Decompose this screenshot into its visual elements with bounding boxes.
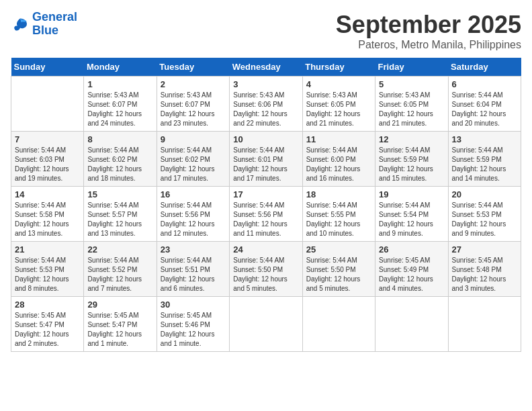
table-row xyxy=(375,297,448,352)
day-number: 24 xyxy=(233,244,298,255)
day-info: Sunrise: 5:44 AM Sunset: 5:56 PM Dayligh… xyxy=(233,201,298,238)
col-tuesday: Tuesday xyxy=(157,58,229,77)
day-info: Sunrise: 5:44 AM Sunset: 6:02 PM Dayligh… xyxy=(161,146,226,183)
day-info: Sunrise: 5:44 AM Sunset: 5:59 PM Dayligh… xyxy=(452,146,517,183)
table-row: 8Sunrise: 5:44 AM Sunset: 6:02 PM Daylig… xyxy=(84,132,157,187)
logo-text: General Blue xyxy=(32,11,77,38)
page-header: General Blue September 2025 Pateros, Met… xyxy=(11,11,521,51)
table-row: 29Sunrise: 5:45 AM Sunset: 5:47 PM Dayli… xyxy=(84,297,157,352)
table-row: 12Sunrise: 5:44 AM Sunset: 5:59 PM Dayli… xyxy=(375,132,448,187)
table-row: 22Sunrise: 5:44 AM Sunset: 5:52 PM Dayli… xyxy=(84,242,157,297)
day-info: Sunrise: 5:44 AM Sunset: 6:00 PM Dayligh… xyxy=(306,146,371,183)
table-row: 14Sunrise: 5:44 AM Sunset: 5:58 PM Dayli… xyxy=(11,187,84,242)
day-info: Sunrise: 5:44 AM Sunset: 5:59 PM Dayligh… xyxy=(379,146,444,183)
day-number: 4 xyxy=(306,79,371,89)
table-row xyxy=(448,297,521,352)
table-row xyxy=(230,297,302,352)
day-number: 19 xyxy=(379,189,444,199)
day-number: 22 xyxy=(87,244,152,255)
day-number: 6 xyxy=(452,79,517,89)
day-number: 20 xyxy=(452,189,517,199)
table-row: 26Sunrise: 5:45 AM Sunset: 5:49 PM Dayli… xyxy=(375,242,448,297)
day-number: 26 xyxy=(379,244,444,255)
calendar-week-row: 21Sunrise: 5:44 AM Sunset: 5:53 PM Dayli… xyxy=(11,242,521,297)
day-number: 14 xyxy=(15,189,80,199)
day-number: 17 xyxy=(233,189,298,199)
title-section: September 2025 Pateros, Metro Manila, Ph… xyxy=(336,11,521,51)
table-row: 25Sunrise: 5:44 AM Sunset: 5:50 PM Dayli… xyxy=(302,242,375,297)
day-number: 11 xyxy=(306,134,371,144)
table-row: 1Sunrise: 5:43 AM Sunset: 6:07 PM Daylig… xyxy=(84,77,157,132)
calendar-week-row: 7Sunrise: 5:44 AM Sunset: 6:03 PM Daylig… xyxy=(11,132,521,187)
day-info: Sunrise: 5:44 AM Sunset: 5:52 PM Dayligh… xyxy=(87,256,152,293)
logo: General Blue xyxy=(11,11,77,38)
table-row: 19Sunrise: 5:44 AM Sunset: 5:54 PM Dayli… xyxy=(375,187,448,242)
table-row: 27Sunrise: 5:45 AM Sunset: 5:48 PM Dayli… xyxy=(448,242,521,297)
day-info: Sunrise: 5:44 AM Sunset: 5:57 PM Dayligh… xyxy=(87,201,152,238)
day-number: 2 xyxy=(161,79,226,89)
col-monday: Monday xyxy=(84,58,157,77)
day-info: Sunrise: 5:43 AM Sunset: 6:05 PM Dayligh… xyxy=(306,91,371,128)
table-row: 24Sunrise: 5:44 AM Sunset: 5:50 PM Dayli… xyxy=(230,242,302,297)
table-row: 6Sunrise: 5:44 AM Sunset: 6:04 PM Daylig… xyxy=(448,77,521,132)
table-row xyxy=(302,297,375,352)
day-number: 10 xyxy=(233,134,298,144)
day-info: Sunrise: 5:45 AM Sunset: 5:47 PM Dayligh… xyxy=(87,311,152,349)
col-thursday: Thursday xyxy=(302,58,375,77)
day-info: Sunrise: 5:44 AM Sunset: 6:02 PM Dayligh… xyxy=(87,146,152,183)
table-row: 5Sunrise: 5:43 AM Sunset: 6:05 PM Daylig… xyxy=(375,77,448,132)
day-info: Sunrise: 5:45 AM Sunset: 5:46 PM Dayligh… xyxy=(161,311,226,349)
day-number: 15 xyxy=(87,189,152,199)
day-info: Sunrise: 5:44 AM Sunset: 5:55 PM Dayligh… xyxy=(306,201,371,238)
table-row: 9Sunrise: 5:44 AM Sunset: 6:02 PM Daylig… xyxy=(157,132,229,187)
table-row: 10Sunrise: 5:44 AM Sunset: 6:01 PM Dayli… xyxy=(230,132,302,187)
table-row: 23Sunrise: 5:44 AM Sunset: 5:51 PM Dayli… xyxy=(157,242,229,297)
day-number: 8 xyxy=(87,134,152,144)
table-row: 4Sunrise: 5:43 AM Sunset: 6:05 PM Daylig… xyxy=(302,77,375,132)
logo-icon xyxy=(11,15,30,34)
table-row: 3Sunrise: 5:43 AM Sunset: 6:06 PM Daylig… xyxy=(230,77,302,132)
day-info: Sunrise: 5:44 AM Sunset: 5:53 PM Dayligh… xyxy=(15,256,80,293)
table-row: 18Sunrise: 5:44 AM Sunset: 5:55 PM Dayli… xyxy=(302,187,375,242)
col-sunday: Sunday xyxy=(11,58,84,77)
calendar-header-row: Sunday Monday Tuesday Wednesday Thursday… xyxy=(11,58,521,77)
day-number: 30 xyxy=(161,300,226,310)
day-number: 9 xyxy=(161,134,226,144)
col-friday: Friday xyxy=(375,58,448,77)
day-number: 28 xyxy=(15,300,80,310)
day-info: Sunrise: 5:44 AM Sunset: 6:01 PM Dayligh… xyxy=(233,146,298,183)
table-row: 16Sunrise: 5:44 AM Sunset: 5:56 PM Dayli… xyxy=(157,187,229,242)
calendar-week-row: 28Sunrise: 5:45 AM Sunset: 5:47 PM Dayli… xyxy=(11,297,521,352)
table-row: 7Sunrise: 5:44 AM Sunset: 6:03 PM Daylig… xyxy=(11,132,84,187)
day-number: 21 xyxy=(15,244,80,255)
table-row: 13Sunrise: 5:44 AM Sunset: 5:59 PM Dayli… xyxy=(448,132,521,187)
day-info: Sunrise: 5:44 AM Sunset: 5:54 PM Dayligh… xyxy=(379,201,444,238)
location-subtitle: Pateros, Metro Manila, Philippines xyxy=(336,39,521,51)
day-info: Sunrise: 5:44 AM Sunset: 6:03 PM Dayligh… xyxy=(15,146,80,183)
day-info: Sunrise: 5:44 AM Sunset: 5:51 PM Dayligh… xyxy=(161,256,226,293)
day-number: 12 xyxy=(379,134,444,144)
day-number: 23 xyxy=(161,244,226,255)
table-row xyxy=(11,77,84,132)
calendar-table: Sunday Monday Tuesday Wednesday Thursday… xyxy=(11,58,521,352)
table-row: 20Sunrise: 5:44 AM Sunset: 5:53 PM Dayli… xyxy=(448,187,521,242)
month-title: September 2025 xyxy=(336,11,521,39)
day-number: 16 xyxy=(161,189,226,199)
day-info: Sunrise: 5:43 AM Sunset: 6:07 PM Dayligh… xyxy=(161,91,226,128)
day-info: Sunrise: 5:44 AM Sunset: 6:04 PM Dayligh… xyxy=(452,91,517,128)
table-row: 2Sunrise: 5:43 AM Sunset: 6:07 PM Daylig… xyxy=(157,77,229,132)
day-number: 1 xyxy=(87,79,152,89)
day-number: 7 xyxy=(15,134,80,144)
day-number: 29 xyxy=(87,300,152,310)
day-info: Sunrise: 5:44 AM Sunset: 5:50 PM Dayligh… xyxy=(233,256,298,293)
table-row: 11Sunrise: 5:44 AM Sunset: 6:00 PM Dayli… xyxy=(302,132,375,187)
table-row: 30Sunrise: 5:45 AM Sunset: 5:46 PM Dayli… xyxy=(157,297,229,352)
day-info: Sunrise: 5:45 AM Sunset: 5:48 PM Dayligh… xyxy=(452,256,517,293)
table-row: 21Sunrise: 5:44 AM Sunset: 5:53 PM Dayli… xyxy=(11,242,84,297)
calendar-week-row: 1Sunrise: 5:43 AM Sunset: 6:07 PM Daylig… xyxy=(11,77,521,132)
day-number: 25 xyxy=(306,244,371,255)
table-row: 28Sunrise: 5:45 AM Sunset: 5:47 PM Dayli… xyxy=(11,297,84,352)
day-info: Sunrise: 5:45 AM Sunset: 5:49 PM Dayligh… xyxy=(379,256,444,293)
day-info: Sunrise: 5:44 AM Sunset: 5:53 PM Dayligh… xyxy=(452,201,517,238)
day-number: 18 xyxy=(306,189,371,199)
